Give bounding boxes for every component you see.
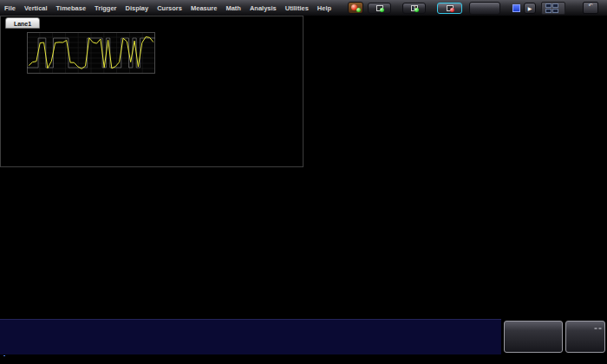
menu-vertical[interactable]: Vertical (20, 4, 52, 12)
menu-bar: FileVerticalTimebaseTriggerDisplayCursor… (0, 0, 607, 16)
undo-button[interactable]: ↶ (583, 2, 598, 14)
bottom-strip (0, 319, 607, 364)
menu-cursors[interactable]: Cursors (153, 4, 186, 12)
timebase-descriptor-box[interactable] (504, 321, 563, 353)
scope-glyph-icon: 1 (411, 5, 418, 11)
oscilloscope-screen: FileVerticalTimebaseTriggerDisplayCursor… (0, 0, 607, 364)
processing-play-button[interactable]: ▶ (524, 3, 536, 14)
digpat-plot[interactable] (27, 32, 155, 74)
mosaic-button[interactable] (541, 2, 565, 15)
trigger-setup-button[interactable] (469, 2, 500, 15)
lecroy-logo (3, 354, 5, 356)
menu-display[interactable]: Display (121, 4, 153, 12)
scope-glyph-icon (376, 5, 383, 11)
lane-tab-lane1[interactable]: Lane1 (5, 17, 40, 29)
menu-file[interactable]: File (0, 4, 20, 12)
lane-panel-lane1: Lane1 (0, 16, 304, 167)
quadrant-grid: Lane1 (0, 16, 607, 319)
trigger-status-single-button[interactable]: 1 (402, 3, 426, 14)
trigger-coupling-badge (598, 328, 602, 329)
processing-stop-icon[interactable] (512, 4, 520, 12)
menu-timebase[interactable]: Timebase (52, 4, 90, 12)
mosaic-grid-icon (545, 3, 558, 13)
trigger-source-badge (594, 328, 597, 329)
green-ball-icon (356, 8, 361, 12)
menu-help[interactable]: Help (313, 4, 336, 12)
scope-app-icon[interactable] (348, 2, 363, 14)
trigger-status-normal-button[interactable] (368, 3, 391, 14)
menu-bar-items: FileVerticalTimebaseTriggerDisplayCursor… (0, 4, 336, 12)
menu-utilities[interactable]: Utilities (281, 4, 313, 12)
menu-math[interactable]: Math (221, 4, 245, 12)
menu-analysis[interactable]: Analysis (245, 4, 281, 12)
undo-arrow-icon: ↶ (584, 3, 597, 8)
menu-trigger[interactable]: Trigger (90, 4, 121, 12)
trigger-status-stop-button[interactable] (437, 3, 462, 14)
jitter-table-background (0, 319, 501, 354)
scope-glyph-icon (447, 5, 454, 11)
menu-measure[interactable]: Measure (186, 4, 221, 12)
trigger-descriptor-box[interactable] (565, 321, 605, 353)
